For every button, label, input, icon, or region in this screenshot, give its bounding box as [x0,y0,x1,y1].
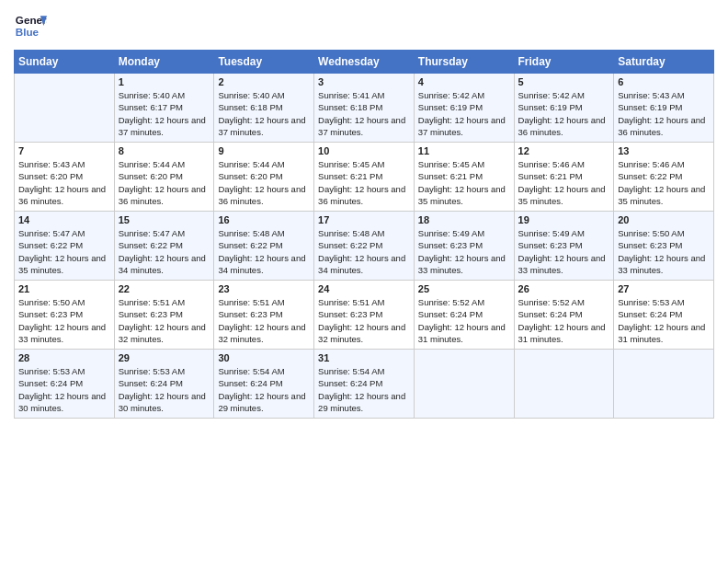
day-info: Sunrise: 5:53 AMSunset: 6:24 PMDaylight:… [18,365,110,414]
calendar-cell: 13Sunrise: 5:46 AMSunset: 6:22 PMDayligh… [614,143,714,212]
daylight: Daylight: 12 hours and 30 minutes. [18,391,106,413]
day-info: Sunrise: 5:45 AMSunset: 6:21 PMDaylight:… [318,158,410,207]
day-info: Sunrise: 5:52 AMSunset: 6:24 PMDaylight:… [418,296,510,345]
sunset: Sunset: 6:23 PM [518,240,583,250]
day-info: Sunrise: 5:43 AMSunset: 6:19 PMDaylight:… [618,89,710,138]
sunrise: Sunrise: 5:47 AM [119,228,185,238]
day-info: Sunrise: 5:44 AMSunset: 6:20 PMDaylight:… [218,158,310,207]
sunrise: Sunrise: 5:52 AM [518,297,585,307]
col-header-saturday: Saturday [614,51,714,74]
sunset: Sunset: 6:24 PM [18,378,83,388]
day-number: 20 [618,214,710,225]
calendar-cell [514,350,614,419]
daylight: Daylight: 12 hours and 31 minutes. [618,322,705,344]
calendar-cell: 25Sunrise: 5:52 AMSunset: 6:24 PMDayligh… [414,281,514,350]
col-header-sunday: Sunday [15,51,115,74]
sunrise: Sunrise: 5:49 AM [418,228,484,238]
calendar-cell: 1Sunrise: 5:40 AMSunset: 6:17 PMDaylight… [114,74,214,143]
day-number: 2 [218,76,310,87]
day-info: Sunrise: 5:45 AMSunset: 6:21 PMDaylight:… [418,158,510,207]
sunset: Sunset: 6:19 PM [618,102,682,112]
daylight: Daylight: 12 hours and 37 minutes. [318,115,405,137]
sunrise: Sunrise: 5:45 AM [318,159,384,169]
day-info: Sunrise: 5:51 AMSunset: 6:23 PMDaylight:… [119,296,210,345]
day-number: 25 [418,283,510,294]
calendar-cell: 29Sunrise: 5:53 AMSunset: 6:24 PMDayligh… [114,350,214,419]
sunrise: Sunrise: 5:54 AM [318,366,384,376]
calendar-cell: 8Sunrise: 5:44 AMSunset: 6:20 PMDaylight… [114,143,214,212]
logo: General Blue [14,9,47,42]
sunset: Sunset: 6:24 PM [318,378,382,388]
day-number: 19 [518,214,610,225]
calendar-cell: 12Sunrise: 5:46 AMSunset: 6:21 PMDayligh… [514,143,614,212]
sunrise: Sunrise: 5:46 AM [518,159,585,169]
day-info: Sunrise: 5:40 AMSunset: 6:18 PMDaylight:… [218,89,310,138]
daylight: Daylight: 12 hours and 36 minutes. [518,115,606,137]
sunrise: Sunrise: 5:52 AM [418,297,484,307]
sunrise: Sunrise: 5:49 AM [518,228,585,238]
sunset: Sunset: 6:18 PM [218,102,282,112]
sunset: Sunset: 6:20 PM [218,171,282,181]
day-number: 27 [618,283,710,294]
sunrise: Sunrise: 5:51 AM [318,297,384,307]
day-number: 11 [418,145,510,156]
sunrise: Sunrise: 5:51 AM [119,297,185,307]
calendar-cell: 23Sunrise: 5:51 AMSunset: 6:23 PMDayligh… [214,281,314,350]
daylight: Daylight: 12 hours and 33 minutes. [418,253,506,275]
daylight: Daylight: 12 hours and 29 minutes. [218,391,305,413]
sunset: Sunset: 6:22 PM [318,240,382,250]
col-header-monday: Monday [114,51,214,74]
week-row-1: 1Sunrise: 5:40 AMSunset: 6:17 PMDaylight… [15,74,714,143]
day-number: 5 [518,76,610,87]
calendar-cell: 31Sunrise: 5:54 AMSunset: 6:24 PMDayligh… [314,350,415,419]
calendar-cell: 28Sunrise: 5:53 AMSunset: 6:24 PMDayligh… [15,350,115,419]
daylight: Daylight: 12 hours and 37 minutes. [418,115,506,137]
daylight: Daylight: 12 hours and 33 minutes. [18,322,106,344]
day-number: 6 [618,76,710,87]
day-number: 13 [618,145,710,156]
daylight: Daylight: 12 hours and 37 minutes. [119,115,206,137]
sunrise: Sunrise: 5:48 AM [318,228,384,238]
calendar-cell: 16Sunrise: 5:48 AMSunset: 6:22 PMDayligh… [214,212,314,281]
calendar-cell: 15Sunrise: 5:47 AMSunset: 6:22 PMDayligh… [114,212,214,281]
day-number: 18 [418,214,510,225]
day-info: Sunrise: 5:53 AMSunset: 6:24 PMDaylight:… [618,296,710,345]
day-number: 4 [418,76,510,87]
daylight: Daylight: 12 hours and 29 minutes. [318,391,405,413]
day-info: Sunrise: 5:40 AMSunset: 6:17 PMDaylight:… [119,89,210,138]
day-number: 1 [119,76,210,87]
sunset: Sunset: 6:21 PM [318,171,382,181]
calendar-cell: 21Sunrise: 5:50 AMSunset: 6:23 PMDayligh… [15,281,115,350]
daylight: Daylight: 12 hours and 34 minutes. [318,253,405,275]
calendar-cell: 5Sunrise: 5:42 AMSunset: 6:19 PMDaylight… [514,74,614,143]
day-info: Sunrise: 5:49 AMSunset: 6:23 PMDaylight:… [518,227,610,276]
day-number: 8 [119,145,210,156]
sunrise: Sunrise: 5:40 AM [119,90,185,100]
sunset: Sunset: 6:24 PM [218,378,282,388]
col-header-thursday: Thursday [414,51,514,74]
day-info: Sunrise: 5:42 AMSunset: 6:19 PMDaylight:… [518,89,610,138]
day-number: 30 [218,352,310,363]
sunrise: Sunrise: 5:45 AM [418,159,484,169]
sunset: Sunset: 6:23 PM [218,309,282,319]
col-header-friday: Friday [514,51,614,74]
daylight: Daylight: 12 hours and 36 minutes. [218,184,305,206]
daylight: Daylight: 12 hours and 36 minutes. [18,184,106,206]
calendar-cell: 24Sunrise: 5:51 AMSunset: 6:23 PMDayligh… [314,281,415,350]
sunrise: Sunrise: 5:42 AM [418,90,484,100]
sunset: Sunset: 6:23 PM [418,240,483,250]
day-number: 21 [18,283,110,294]
calendar-cell [614,350,714,419]
sunset: Sunset: 6:22 PM [18,240,83,250]
day-number: 28 [18,352,110,363]
daylight: Daylight: 12 hours and 34 minutes. [119,253,206,275]
daylight: Daylight: 12 hours and 32 minutes. [318,322,405,344]
day-info: Sunrise: 5:48 AMSunset: 6:22 PMDaylight:… [318,227,410,276]
sunrise: Sunrise: 5:44 AM [218,159,284,169]
sunset: Sunset: 6:20 PM [18,171,83,181]
sunset: Sunset: 6:24 PM [418,309,483,319]
sunrise: Sunrise: 5:50 AM [618,228,684,238]
day-number: 10 [318,145,410,156]
calendar-cell [15,74,115,143]
sunrise: Sunrise: 5:53 AM [119,366,185,376]
